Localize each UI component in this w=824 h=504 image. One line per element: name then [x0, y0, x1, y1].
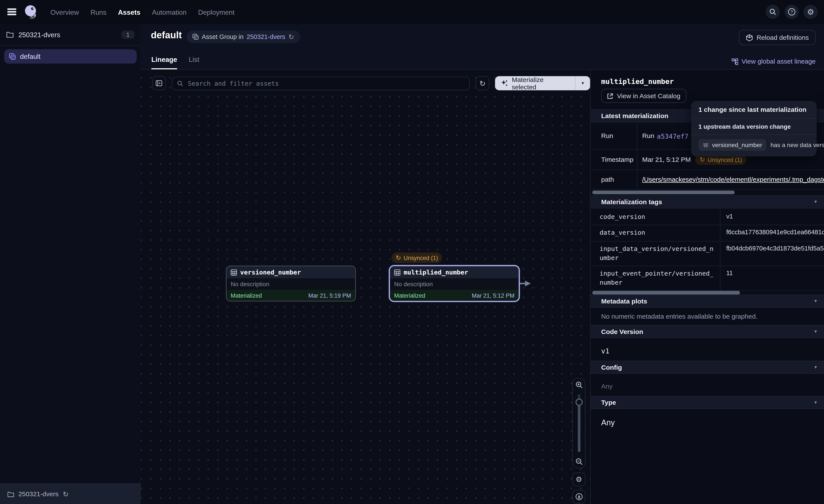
materialized-time: Mar 21, 5:19 PM: [308, 292, 351, 298]
help-icon[interactable]: ?: [785, 5, 799, 19]
settings-gear-icon[interactable]: ⚙: [803, 5, 818, 19]
sidebar-item-default[interactable]: default: [4, 49, 137, 64]
sparkle-icon: [501, 80, 509, 87]
materialize-selected-button: Materialize selected ▼: [495, 76, 590, 91]
tab-list[interactable]: List: [189, 55, 199, 69]
zoom-in-icon[interactable]: [573, 379, 585, 391]
asset-node-header: multiplied_number: [390, 266, 519, 278]
graph-settings-gear-icon[interactable]: ⚙: [572, 473, 586, 486]
page-header: default Asset Group in 250321-dvers ↻ Re…: [141, 24, 824, 70]
table-icon: [394, 269, 400, 275]
section-code-version[interactable]: Code Version ▼: [591, 325, 824, 338]
view-in-asset-catalog-button[interactable]: View in Asset Catalog: [601, 89, 686, 103]
materialize-dropdown-caret[interactable]: ▼: [575, 76, 590, 91]
section-type[interactable]: Type ▼: [591, 396, 824, 409]
search-icon[interactable]: [766, 5, 780, 19]
asset-group-icon: [9, 53, 16, 60]
lineage-graph-icon: [732, 58, 738, 65]
tag-row: input_data_version/versioned_number fb04…: [591, 241, 824, 266]
chevron-down-icon[interactable]: ▼: [814, 365, 818, 370]
tooltip-subtitle: 1 upstream data version change: [691, 119, 817, 135]
collapse-panel-icon[interactable]: [152, 76, 166, 91]
tag-row: data_version f6ccba1776380941e9cd1ea6648…: [591, 225, 824, 242]
nav-item-deployment[interactable]: Deployment: [198, 8, 234, 16]
chevron-down-icon[interactable]: ▼: [814, 329, 818, 334]
view-tabs: Lineage List: [151, 55, 199, 69]
nav-item-assets[interactable]: Assets: [118, 8, 140, 16]
nav-item-overview[interactable]: Overview: [50, 8, 79, 16]
horizontal-scrollbar[interactable]: [592, 291, 740, 295]
sync-status-icon: ↻: [700, 156, 705, 163]
svg-text:?: ?: [791, 9, 793, 14]
run-id-link[interactable]: a5347ef7: [657, 132, 689, 140]
dagster-logo-icon[interactable]: [24, 5, 38, 19]
tooltip-detail-row: versioned_number has a new data version: [691, 135, 817, 157]
asset-node-multiplied-number[interactable]: multiplied_number No description Materia…: [389, 265, 520, 302]
refresh-icon[interactable]: ↻: [288, 33, 294, 41]
tab-lineage[interactable]: Lineage: [151, 55, 177, 69]
materialized-status: Materialized: [394, 292, 425, 298]
asset-group-badge-link[interactable]: 250321-dvers: [246, 33, 285, 40]
unsynced-badge-graph[interactable]: ↻ Unsynced (1): [391, 253, 442, 263]
asset-node-description: No description: [390, 278, 519, 290]
sidebar-group-label: 250321-dvers: [18, 31, 117, 38]
refresh-graph-icon[interactable]: ↻: [476, 76, 489, 91]
lineage-graph-canvas[interactable]: ↻ Materialize selected ▼ ↻ Unsynced (1) …: [141, 70, 590, 504]
sync-status-icon: ↻: [396, 254, 401, 261]
sidebar: 250321-dvers 1 default 250321-dvers ↻: [0, 24, 141, 504]
view-global-asset-lineage-link[interactable]: View global asset lineage: [732, 58, 816, 65]
tag-row: code_version v1: [591, 209, 824, 225]
reload-definitions-button[interactable]: Reload definitions: [739, 30, 816, 45]
tag-row: input_event_pointer/versioned_number 11: [591, 266, 824, 291]
asset-group-badge-text: Asset Group in: [202, 33, 243, 40]
top-nav: Overview Runs Assets Automation Deployme…: [0, 0, 824, 24]
materialize-selected-main[interactable]: Materialize selected: [495, 76, 575, 91]
graph-toolbar: ↻ Materialize selected ▼: [152, 76, 590, 91]
type-value: Any: [601, 418, 615, 427]
table-icon: [703, 142, 709, 148]
zoom-slider[interactable]: [573, 391, 585, 455]
section-materialization-tags[interactable]: Materialization tags ▼: [591, 195, 824, 209]
asset-node-description: No description: [226, 278, 355, 290]
search-icon: [177, 80, 183, 86]
section-metadata-plots[interactable]: Metadata plots ▼: [591, 295, 824, 308]
path-row: path /Users/smackesey/stm/code/elementl/…: [591, 169, 824, 190]
download-graph-icon[interactable]: [572, 490, 586, 504]
sidebar-group-count-badge: 1: [121, 30, 135, 39]
nav-item-runs[interactable]: Runs: [91, 8, 107, 16]
sidebar-footer-label: 250321-dvers: [18, 490, 59, 498]
asset-group-icon: [192, 33, 199, 40]
materialized-status: Materialized: [231, 292, 262, 298]
zoom-out-icon[interactable]: [573, 455, 585, 468]
refresh-icon[interactable]: ↻: [63, 490, 69, 498]
chevron-down-icon[interactable]: ▼: [814, 400, 818, 405]
asset-node-versioned-number[interactable]: versioned_number No description Material…: [226, 266, 356, 301]
chevron-down-icon[interactable]: ▼: [814, 299, 818, 303]
config-value: Any: [601, 383, 612, 390]
sidebar-group-row[interactable]: 250321-dvers 1: [0, 24, 141, 46]
zoom-slider-knob[interactable]: [575, 398, 583, 406]
code-location-reload-icon: [745, 34, 753, 41]
chevron-down-icon[interactable]: ▼: [814, 200, 818, 204]
asset-group-badge[interactable]: Asset Group in 250321-dvers ↻: [187, 30, 300, 43]
run-label: Run: [591, 123, 637, 149]
asset-pill[interactable]: versioned_number: [699, 139, 766, 150]
dagster-app: Overview Runs Assets Automation Deployme…: [0, 0, 824, 504]
path-link[interactable]: /Users/smackesey/stm/code/elementl/exper…: [642, 176, 824, 183]
search-input[interactable]: [187, 79, 465, 87]
folder-icon: [7, 491, 14, 497]
zoom-control-group: [572, 378, 586, 468]
horizontal-scrollbar[interactable]: [592, 191, 735, 194]
sidebar-footer[interactable]: 250321-dvers ↻: [0, 484, 141, 504]
path-label: path: [591, 169, 637, 189]
asset-node-status: Materialized Mar 21, 5:19 PM: [226, 290, 355, 301]
change-tooltip: 1 change since last materialization 1 up…: [691, 101, 817, 156]
tooltip-title: 1 change since last materialization: [691, 101, 817, 119]
nav-item-automation[interactable]: Automation: [152, 8, 187, 16]
panel-asset-title: multiplied_number: [601, 77, 674, 86]
asset-search-box: [172, 76, 470, 90]
menu-icon[interactable]: [7, 8, 16, 15]
section-config[interactable]: Config ▼: [591, 361, 824, 374]
timestamp-value: Mar 21, 5:12 PM: [642, 156, 691, 163]
nav-items: Overview Runs Assets Automation Deployme…: [50, 0, 234, 24]
